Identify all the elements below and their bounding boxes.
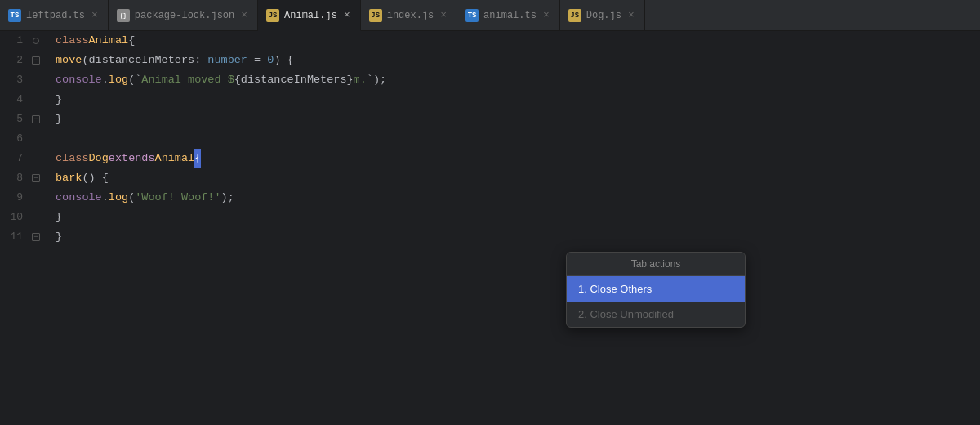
code-line-4: } [56,90,967,110]
fold-square-icon-2[interactable]: − [32,56,40,65]
line-number-7: 7 [0,149,29,168]
tab-index-js[interactable]: JSindex.js× [361,0,457,30]
code-content: class Animal { move(distanceInMeters: nu… [42,31,980,425]
code-line-1: class Animal { [56,31,967,51]
code-line-11: } [56,227,967,247]
gutter-line-6: 6 [0,129,42,149]
gutter-line-11: 11− [0,227,42,247]
tab-label-package-lock: package-lock.json [135,10,234,21]
line-number-1: 1 [0,31,29,51]
tab-close-index-js[interactable]: × [439,8,448,22]
fold-gutter-2: − [29,51,42,70]
line-number-11: 11 [0,227,29,247]
gutter-line-3: 3 [0,70,42,90]
gutter-line-7: 7 [0,149,42,168]
line-number-9: 9 [0,188,29,208]
gutter-line-4: 4 [0,90,42,110]
fold-gutter-10 [29,208,42,227]
fold-circle-icon-1[interactable] [33,38,39,44]
code-line-10: } [56,208,967,227]
gutter-line-10: 10 [0,208,42,227]
fold-gutter-11: − [29,227,42,247]
line-number-4: 4 [0,90,29,110]
tab-close-animal-js[interactable]: × [342,8,352,22]
code-line-3: console.log(`Animal moved ${distanceInMe… [56,70,967,90]
tab-animal-ts[interactable]: TSanimal.ts× [457,0,560,30]
fold-gutter-4 [29,90,42,110]
fold-square-icon-8[interactable]: − [32,174,40,182]
close-others-item[interactable]: 1. Close Others [567,276,745,302]
line-number-5: 5 [0,110,29,129]
tab-label-leftpad: leftpad.ts [26,10,85,21]
gutter-line-9: 9 [0,188,42,208]
code-line-6 [56,129,967,149]
gutter-line-8: 8− [0,168,42,188]
fold-gutter-6 [29,129,42,149]
fold-square-icon-11[interactable]: − [32,233,40,241]
fold-gutter-5: − [29,110,42,129]
tab-label-dog-js: Dog.js [586,10,621,21]
tab-leftpad[interactable]: TSleftpad.ts× [0,0,109,30]
fold-gutter-3 [29,70,42,90]
gutter-line-1: 1 [0,31,42,51]
line-number-3: 3 [0,70,29,90]
gutter: 12−345−678−91011− [0,31,42,425]
tab-package-lock[interactable]: {}package-lock.json× [109,0,258,30]
line-number-2: 2 [0,51,29,70]
code-line-2: move(distanceInMeters: number = 0) { [56,51,967,70]
fold-gutter-1 [29,31,42,51]
line-number-6: 6 [0,129,29,149]
js-file-icon: JS [568,9,581,22]
editor-area: 12−345−678−91011− class Animal { move(di… [0,31,980,425]
context-menu-title: Tab actions [567,253,745,276]
context-menu: Tab actions 1. Close Others 2. Close Unm… [566,252,746,328]
ts-file-icon: TS [8,9,21,22]
json-file-icon: {} [117,9,130,22]
tab-close-animal-ts[interactable]: × [541,8,551,22]
code-line-5: } [56,110,967,129]
fold-gutter-8: − [29,168,42,188]
js-file-icon: JS [266,9,279,22]
tab-animal-js[interactable]: JSAnimal.js× [258,0,361,31]
tab-close-dog-js[interactable]: × [626,8,636,22]
tab-dog-js[interactable]: JSDog.js× [560,0,645,30]
gutter-line-5: 5− [0,110,42,129]
fold-square-icon-5[interactable]: − [32,115,40,123]
fold-gutter-7 [29,149,42,168]
tab-bar: TSleftpad.ts×{}package-lock.json×JSAnima… [0,0,980,31]
tab-label-animal-js: Animal.js [284,10,337,21]
ts-file-icon: TS [466,9,479,22]
tab-label-index-js: index.js [387,10,434,21]
tab-label-animal-ts: animal.ts [483,10,537,21]
code-line-9: console.log('Woof! Woof!'); [56,188,967,208]
fold-gutter-9 [29,188,42,208]
tab-close-package-lock[interactable]: × [239,8,249,22]
code-line-8: bark() { [56,168,967,188]
js-file-icon: JS [369,9,382,22]
gutter-line-2: 2− [0,51,42,70]
line-number-8: 8 [0,168,29,188]
close-unmodified-item[interactable]: 2. Close Unmodified [567,302,745,327]
line-number-10: 10 [0,208,29,227]
code-line-7: class Dog extends Animal { [56,149,967,168]
tab-close-leftpad[interactable]: × [90,8,100,22]
